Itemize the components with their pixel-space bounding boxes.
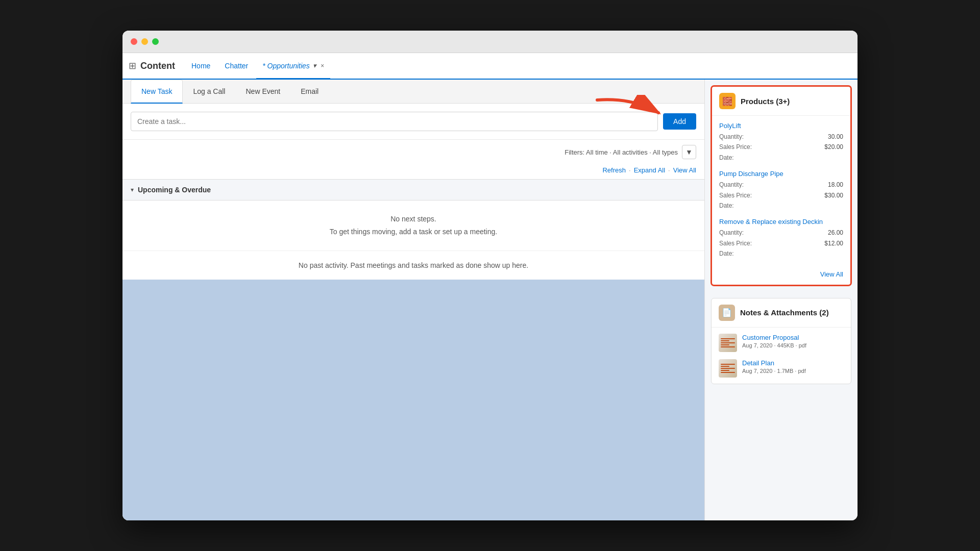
price-label-2: Sales Price:: [719, 190, 752, 201]
section-label: Upcoming & Overdue: [138, 186, 211, 194]
nav-bar: ⊞ Content Home Chatter * Opportunities ▾…: [122, 53, 857, 80]
attach-type-1: pdf: [799, 342, 806, 348]
attachment-thumb-1: [719, 334, 737, 352]
notes-widget: 📄 Notes & Attachments (2): [711, 298, 851, 384]
product-name-2[interactable]: Pump Discharge Pipe: [719, 170, 843, 178]
app-name: Content: [140, 61, 175, 71]
products-view-all[interactable]: View All: [820, 270, 843, 278]
qty-label-3: Quantity:: [719, 228, 744, 238]
products-widget: 🧱 Products (3+) PolyLift Quantity: 30.00…: [711, 86, 851, 286]
price-val-1: $20.00: [824, 142, 843, 152]
attachment-info-1: Customer Proposal Aug 7, 2020 · 445KB · …: [742, 334, 844, 348]
minimize-button[interactable]: [141, 38, 148, 45]
attach-type-2: pdf: [798, 368, 805, 374]
blue-area: [122, 280, 704, 520]
attachment-name-1[interactable]: Customer Proposal: [742, 334, 844, 341]
attach-date-1: Aug 7, 2020: [742, 342, 772, 348]
sep2: ·: [668, 166, 670, 174]
nav-chatter[interactable]: Chatter: [218, 53, 254, 79]
sep1: ·: [629, 166, 631, 174]
task-input[interactable]: [131, 112, 658, 131]
tab-email[interactable]: Email: [290, 80, 329, 103]
refresh-link[interactable]: Refresh: [602, 166, 626, 174]
past-activity: No past activity. Past meetings and task…: [122, 251, 704, 280]
nav-home[interactable]: Home: [185, 53, 216, 79]
filter-icon[interactable]: ▼: [682, 145, 696, 159]
tab-new-task[interactable]: New Task: [131, 80, 183, 104]
right-panel: 🧱 Products (3+) PolyLift Quantity: 30.00…: [704, 80, 857, 520]
price-label-1: Sales Price:: [719, 142, 752, 152]
products-title: Products (3+): [741, 97, 790, 106]
qty-val-3: 26.00: [828, 228, 843, 238]
price-val-3: $12.00: [824, 238, 843, 248]
section-upcoming-overdue[interactable]: ▾ Upcoming & Overdue: [122, 179, 704, 201]
products-icon: 🧱: [719, 93, 736, 109]
attachment-info-2: Detail Plan Aug 7, 2020 · 1.7MB · pdf: [742, 359, 844, 374]
qty-label-2: Quantity:: [719, 180, 744, 190]
close-button[interactable]: [131, 38, 137, 45]
view-all-link[interactable]: View All: [673, 166, 696, 174]
products-footer: View All: [712, 265, 850, 285]
attachments-list: Customer Proposal Aug 7, 2020 · 445KB · …: [712, 328, 851, 384]
attachment-thumb-2: [719, 359, 737, 378]
tab-close-icon[interactable]: ×: [321, 62, 324, 69]
attachment-item-1: Customer Proposal Aug 7, 2020 · 445KB · …: [719, 334, 844, 352]
attach-size-1: 445KB: [777, 342, 794, 348]
product-item-3: Remove & Replace existing Deckin Quantit…: [719, 218, 843, 259]
qty-val-2: 18.00: [828, 180, 843, 190]
main-panel: New Task Log a Call New Event Email Add …: [122, 80, 704, 520]
actions-row: Refresh · Expand All · View All: [122, 164, 704, 179]
notes-icon: 📄: [719, 305, 735, 321]
grid-icon[interactable]: ⊞: [129, 60, 136, 71]
price-val-2: $30.00: [824, 190, 843, 201]
qty-label-1: Quantity:: [719, 132, 744, 142]
past-activity-text: No past activity. Past meetings and task…: [299, 261, 528, 269]
empty-state: No next steps. To get things moving, add…: [122, 201, 704, 251]
date-label-2: Date:: [719, 201, 734, 211]
nav-tab-opportunities[interactable]: * Opportunities ▾ ×: [256, 53, 330, 80]
attach-size-2: 1.7MB: [777, 368, 794, 374]
task-input-row: Add: [122, 104, 704, 140]
products-list: PolyLift Quantity: 30.00 Sales Price: $2…: [712, 116, 850, 265]
filters-text: Filters: All time · All activities · All…: [565, 148, 678, 156]
activity-tabs: New Task Log a Call New Event Email: [122, 80, 704, 104]
maximize-button[interactable]: [152, 38, 159, 45]
filters-row: Filters: All time · All activities · All…: [122, 140, 704, 164]
price-label-3: Sales Price:: [719, 238, 752, 248]
tab-log-call[interactable]: Log a Call: [183, 80, 235, 103]
product-name-3[interactable]: Remove & Replace existing Deckin: [719, 218, 843, 226]
title-bar: [122, 31, 857, 53]
tab-new-event[interactable]: New Event: [235, 80, 290, 103]
expand-all-link[interactable]: Expand All: [634, 166, 665, 174]
qty-val-1: 30.00: [828, 132, 843, 142]
empty-line1: No next steps.: [131, 213, 696, 226]
attachment-item-2: Detail Plan Aug 7, 2020 · 1.7MB · pdf: [719, 359, 844, 378]
tab-label: * Opportunities: [262, 62, 310, 70]
date-label-1: Date:: [719, 153, 734, 163]
product-item-2: Pump Discharge Pipe Quantity: 18.00 Sale…: [719, 170, 843, 211]
attachment-meta-2: Aug 7, 2020 · 1.7MB · pdf: [742, 368, 844, 374]
empty-line2: To get things moving, add a task or set …: [131, 226, 696, 238]
date-label-3: Date:: [719, 248, 734, 259]
notes-widget-header: 📄 Notes & Attachments (2): [712, 298, 851, 328]
attachment-name-2[interactable]: Detail Plan: [742, 359, 844, 367]
add-button[interactable]: Add: [663, 113, 696, 130]
attach-date-2: Aug 7, 2020: [742, 368, 772, 374]
products-widget-header: 🧱 Products (3+): [712, 87, 850, 116]
chevron-icon: ▾: [131, 186, 134, 193]
product-name-1[interactable]: PolyLift: [719, 122, 843, 130]
notes-title: Notes & Attachments (2): [740, 308, 829, 317]
attachment-meta-1: Aug 7, 2020 · 445KB · pdf: [742, 342, 844, 348]
product-item-1: PolyLift Quantity: 30.00 Sales Price: $2…: [719, 122, 843, 163]
chevron-down-icon[interactable]: ▾: [313, 62, 316, 69]
